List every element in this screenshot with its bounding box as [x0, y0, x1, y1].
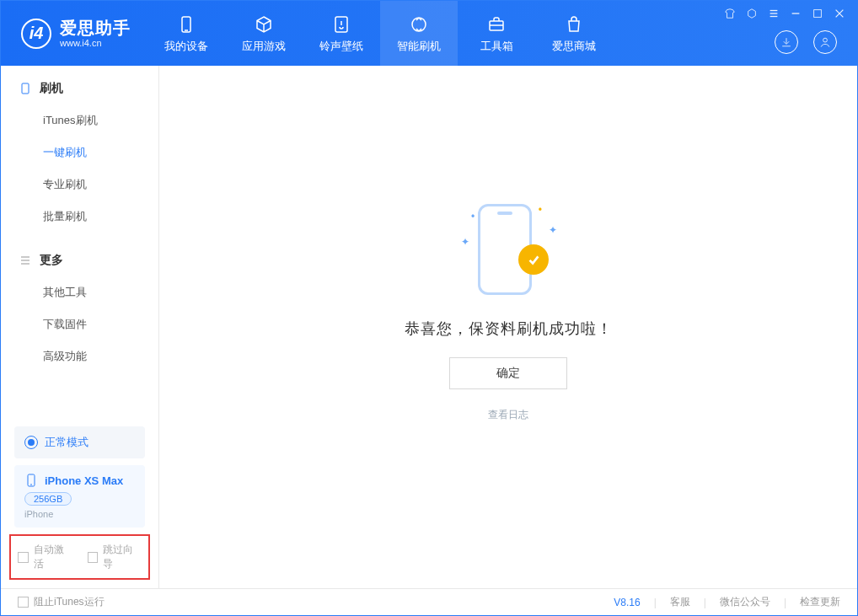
sidebar-item-advanced[interactable]: 高级功能 [1, 340, 158, 372]
nav-i4-mall[interactable]: 爱思商城 [535, 1, 613, 66]
checkbox-icon [88, 552, 99, 563]
window-controls [724, 8, 845, 19]
checkbox-icon [18, 552, 29, 563]
ok-button[interactable]: 确定 [449, 357, 567, 389]
auto-activate-checkbox[interactable]: 自动激活 [18, 543, 72, 571]
nav-label: 我的设备 [164, 39, 208, 54]
logo-icon: i4 [21, 19, 51, 49]
sidebar-section-flash: 刷机 [1, 81, 158, 104]
header-actions [775, 30, 837, 54]
phone-icon [175, 13, 197, 35]
sidebar-item-download-fw[interactable]: 下载固件 [1, 308, 158, 340]
bag-icon [563, 13, 585, 35]
success-message: 恭喜您，保资料刷机成功啦！ [405, 319, 613, 339]
nav-label: 工具箱 [480, 39, 513, 54]
main-content: ✦ • ✦ • 恭喜您，保资料刷机成功啦！ 确定 查看日志 [159, 66, 857, 588]
phone-small-icon [19, 83, 31, 94]
mode-dot-icon [24, 436, 38, 449]
cube-icon [253, 13, 275, 35]
device-card[interactable]: iPhone XS Max 256GB iPhone [14, 465, 145, 528]
nav-label: 铃声壁纸 [319, 39, 363, 54]
nav-label: 爱思商城 [552, 39, 596, 54]
sidebar-item-pro-flash[interactable]: 专业刷机 [1, 169, 158, 201]
music-icon [330, 13, 352, 35]
device-type: iPhone [24, 509, 135, 519]
mode-selector[interactable]: 正常模式 [14, 426, 145, 458]
checkbox-icon [18, 597, 29, 608]
device-phone-icon [24, 474, 38, 487]
block-itunes-checkbox[interactable]: 阻止iTunes运行 [18, 595, 105, 609]
device-storage-badge: 256GB [24, 492, 72, 506]
nav-smart-flash[interactable]: 智能刷机 [380, 1, 458, 66]
sidebar-item-itunes-flash[interactable]: iTunes刷机 [1, 104, 158, 137]
sparkle-icon: • [539, 204, 542, 216]
wechat-link[interactable]: 微信公众号 [720, 595, 770, 609]
sidebar: 刷机 iTunes刷机 一键刷机 专业刷机 批量刷机 更多 其他工具 下载固件 … [1, 66, 159, 588]
user-button[interactable] [813, 30, 837, 54]
nav-label: 应用游戏 [242, 39, 286, 54]
download-button[interactable] [775, 30, 798, 54]
app-subtitle: www.i4.cn [60, 38, 131, 49]
check-badge-icon [518, 244, 549, 275]
logo[interactable]: i4 爱思助手 www.i4.cn [1, 1, 147, 66]
top-nav: 我的设备 应用游戏 铃声壁纸 智能刷机 工具箱 爱思商城 [147, 1, 613, 66]
version-label: V8.16 [614, 597, 640, 608]
nav-label: 智能刷机 [397, 39, 441, 54]
shirt-icon[interactable] [724, 8, 736, 19]
sparkle-icon: ✦ [549, 224, 557, 236]
nav-apps-games[interactable]: 应用游戏 [225, 1, 303, 66]
skip-guide-checkbox[interactable]: 跳过向导 [88, 543, 142, 571]
app-title: 爱思助手 [60, 19, 131, 38]
sidebar-section-more: 更多 [1, 253, 158, 276]
status-bar: 阻止iTunes运行 V8.16 | 客服 | 微信公众号 | 检查更新 [1, 588, 857, 615]
svg-rect-12 [22, 83, 29, 94]
header: i4 爱思助手 www.i4.cn 我的设备 应用游戏 铃声壁纸 智能刷机 工具… [1, 1, 857, 66]
view-log-link[interactable]: 查看日志 [488, 408, 528, 422]
menu-icon[interactable] [768, 8, 780, 19]
svg-rect-8 [814, 10, 822, 18]
nav-toolbox[interactable]: 工具箱 [458, 1, 535, 66]
flash-options-highlighted: 自动激活 跳过向导 [9, 534, 150, 580]
check-update-link[interactable]: 检查更新 [800, 595, 840, 609]
nav-my-device[interactable]: 我的设备 [147, 1, 225, 66]
minimize-icon[interactable] [790, 8, 802, 19]
list-icon [19, 254, 31, 266]
sidebar-item-batch-flash[interactable]: 批量刷机 [1, 201, 158, 233]
briefcase-icon [485, 13, 507, 35]
sparkle-icon: • [471, 211, 475, 222]
svg-point-11 [823, 38, 828, 42]
mode-label: 正常模式 [45, 435, 88, 450]
maximize-icon[interactable] [812, 8, 823, 19]
cube-small-icon[interactable] [746, 8, 758, 19]
refresh-icon [408, 13, 430, 35]
nav-ring-wallpaper[interactable]: 铃声壁纸 [303, 1, 380, 66]
support-link[interactable]: 客服 [670, 595, 690, 609]
close-icon[interactable] [834, 8, 845, 19]
device-name: iPhone XS Max [45, 474, 123, 487]
success-illustration: ✦ • ✦ • [458, 199, 559, 300]
sidebar-item-one-click[interactable]: 一键刷机 [1, 137, 158, 169]
sparkle-icon: ✦ [461, 236, 469, 248]
sidebar-item-other-tools[interactable]: 其他工具 [1, 276, 158, 308]
